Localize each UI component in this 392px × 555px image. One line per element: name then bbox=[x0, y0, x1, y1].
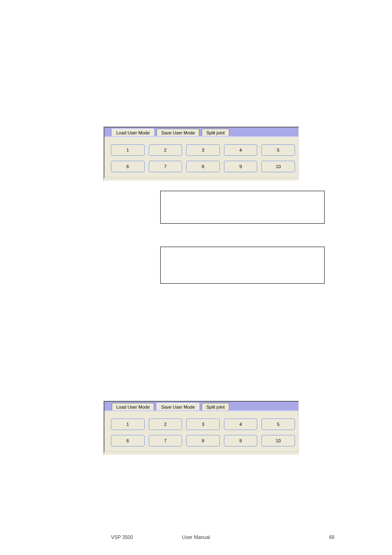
button-row-2: 6 7 8 9 10 bbox=[108, 435, 295, 446]
tab-bar: Load User Mode Save User Mode Split join… bbox=[104, 127, 298, 136]
mode-button-3[interactable]: 3 bbox=[186, 144, 220, 156]
button-row-2: 6 7 8 9 10 bbox=[108, 161, 295, 172]
mode-button-10[interactable]: 10 bbox=[261, 161, 295, 172]
button-row-1: 1 2 3 4 5 bbox=[108, 144, 295, 156]
mode-button-10[interactable]: 10 bbox=[261, 435, 295, 446]
mode-button-9[interactable]: 9 bbox=[224, 435, 258, 446]
empty-box-2 bbox=[160, 247, 325, 284]
mode-button-8[interactable]: 8 bbox=[186, 161, 220, 172]
tab-load-user-mode[interactable]: Load User Mode bbox=[112, 403, 154, 410]
mode-button-5[interactable]: 5 bbox=[261, 419, 295, 430]
mode-button-2[interactable]: 2 bbox=[149, 419, 182, 430]
button-row-1: 1 2 3 4 5 bbox=[108, 419, 295, 430]
mode-button-8[interactable]: 8 bbox=[186, 435, 220, 446]
button-area: 1 2 3 4 5 6 7 8 9 10 bbox=[104, 137, 298, 177]
panel-inner: Load User Mode Save User Mode Split join… bbox=[104, 401, 299, 452]
mode-button-9[interactable]: 9 bbox=[224, 161, 258, 172]
tab-split-joint[interactable]: Split joint bbox=[202, 403, 229, 410]
mode-button-4[interactable]: 4 bbox=[224, 419, 258, 430]
tab-save-user-mode[interactable]: Save User Mode bbox=[157, 129, 199, 136]
tab-bar: Load User Mode Save User Mode Split join… bbox=[104, 402, 298, 410]
mode-panel-load: Load User Mode Save User Mode Split join… bbox=[104, 127, 299, 181]
tab-split-joint[interactable]: Split joint bbox=[202, 129, 229, 136]
mode-button-6[interactable]: 6 bbox=[111, 435, 145, 446]
mode-panel-save: Load User Mode Save User Mode Split join… bbox=[104, 401, 299, 455]
button-area: 1 2 3 4 5 6 7 8 9 10 bbox=[104, 411, 298, 451]
mode-button-3[interactable]: 3 bbox=[186, 419, 220, 430]
empty-box-1 bbox=[160, 191, 325, 224]
footer-page-number: 69 bbox=[329, 534, 334, 540]
tab-save-user-mode[interactable]: Save User Mode bbox=[157, 403, 199, 410]
mode-button-7[interactable]: 7 bbox=[149, 161, 182, 172]
mode-button-6[interactable]: 6 bbox=[111, 161, 145, 172]
mode-button-1[interactable]: 1 bbox=[111, 144, 145, 156]
mode-button-1[interactable]: 1 bbox=[111, 419, 145, 430]
mode-button-7[interactable]: 7 bbox=[149, 435, 182, 446]
mode-button-4[interactable]: 4 bbox=[224, 144, 258, 156]
tab-load-user-mode[interactable]: Load User Mode bbox=[112, 129, 154, 136]
mode-button-2[interactable]: 2 bbox=[149, 144, 182, 156]
panel-inner: Load User Mode Save User Mode Split join… bbox=[104, 127, 299, 178]
mode-button-5[interactable]: 5 bbox=[261, 144, 295, 156]
